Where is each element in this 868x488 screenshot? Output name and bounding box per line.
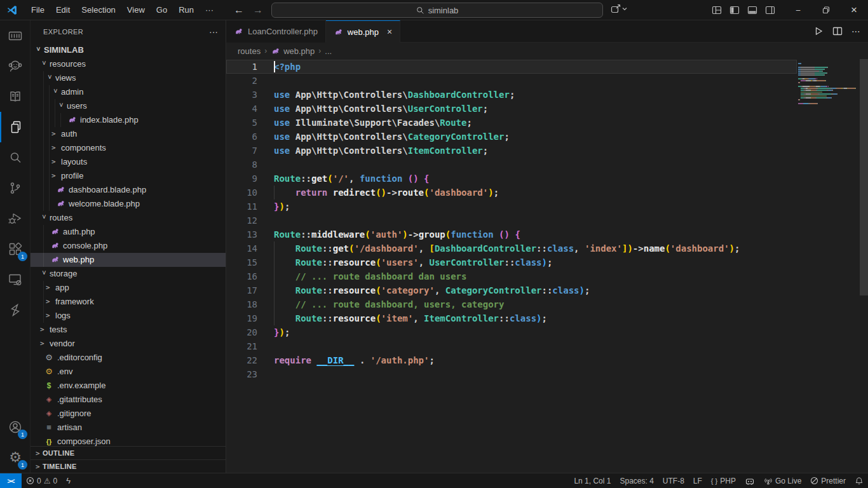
tree-item-framework[interactable]: >framework [31,295,226,309]
code-line-7[interactable]: 7use App\Http\Controllers\ItemController… [226,144,797,158]
split-editor-icon[interactable] [832,26,843,36]
tree-item-welcome.blade.php[interactable]: welcome.blade.php [31,197,226,211]
menu-item-selection[interactable]: Selection [76,3,121,17]
tree-item-web.php[interactable]: web.php [31,253,226,267]
tree-item-components[interactable]: >components [31,141,226,155]
code-line-10[interactable]: 10 return redirect()->route('dashboard')… [226,186,797,200]
eol-item[interactable]: LF [689,474,707,488]
activity-extensions-item[interactable]: 1 [0,234,31,264]
tree-item-auth[interactable]: >auth [31,127,226,141]
command-center-search[interactable]: siminlab [271,3,603,18]
tree-item-.editorconfig[interactable]: ⚙.editorconfig [31,351,226,365]
menu-item-edit[interactable]: Edit [50,3,76,17]
tree-item-SIMINLAB[interactable]: >SIMINLAB [31,43,226,57]
activity-remote-explorer-item[interactable] [0,264,31,295]
tree-item-.gitattributes[interactable]: ◈.gitattributes [31,393,226,407]
code-line-22[interactable]: 22require __DIR__ . '/auth.php'; [226,353,797,367]
encoding-item[interactable]: UTF-8 [658,474,689,488]
code-line-19[interactable]: 19 Route::resource('item', ItemControlle… [226,311,797,325]
tree-item-views[interactable]: >views [31,71,226,85]
tree-item-app[interactable]: >app [31,281,226,295]
minimize-button[interactable]: – [784,0,812,20]
activity-run-debug-item[interactable] [0,203,31,234]
section-timeline[interactable]: >TIMELINE [31,459,226,473]
activity-container-item[interactable] [0,20,31,51]
menu-item-run[interactable]: Run [173,3,200,17]
code-line-2[interactable]: 2 [226,74,797,88]
code-line-13[interactable]: 13Route::middleware('auth')->group(funct… [226,227,797,241]
cursor-position-item[interactable]: Ln 1, Col 1 [569,474,615,488]
code-line-11[interactable]: 11}); [226,200,797,214]
activity-monkey-item[interactable] [0,51,31,81]
code-line-17[interactable]: 17 Route::resource('category', CategoryC… [226,283,797,297]
code-line-18[interactable]: 18 // ... route dashboard, users, catego… [226,297,797,311]
scrollbar-thumb[interactable] [860,59,868,295]
tab-web.php[interactable]: web.php× [326,20,400,43]
notifications-item[interactable] [850,474,868,488]
section-outline[interactable]: >OUTLINE [31,446,226,459]
forward-arrow-icon[interactable]: → [253,4,263,16]
toggle-primary-sidebar-icon[interactable] [729,5,740,15]
prettier-item[interactable]: Prettier [806,474,850,488]
tree-item-.gitignore[interactable]: ◈.gitignore [31,407,226,421]
robot-item[interactable] [740,474,759,488]
tree-item-composer.json[interactable]: {}composer.json [31,435,226,446]
activity-book-item[interactable] [0,81,31,112]
tree-item-storage[interactable]: >storage [31,267,226,281]
code-line-5[interactable]: 5use Illuminate\Support\Facades\Route; [226,116,797,130]
tree-item-artisan[interactable]: ≡artisan [31,421,226,435]
tree-item-.env.example[interactable]: $.env.example [31,379,226,393]
breadcrumb-item-web.php[interactable]: web.php [271,46,315,56]
editor-more-actions-icon[interactable]: ⋯ [851,26,860,36]
code-area[interactable]: 1<?php23use App\Http\Controllers\Dashboa… [226,59,868,473]
code-line-15[interactable]: 15 Route::resource('users', UserControll… [226,255,797,269]
code-line-14[interactable]: 14 Route::get('/dashboard', [DashboardCo… [226,241,797,255]
copilot-button[interactable] [610,3,628,15]
accounts-button[interactable]: 1 [0,412,31,442]
indentation-item[interactable]: Spaces: 4 [615,474,658,488]
tree-item-profile[interactable]: >profile [31,169,226,183]
tree-item-admin[interactable]: >admin [31,85,226,99]
remote-indicator[interactable]: >< [0,473,22,488]
menu-item-view[interactable]: View [121,3,151,17]
minimap[interactable] [798,63,859,107]
code-line-1[interactable]: 1<?php [226,60,797,74]
problems-item[interactable]: 0 ⚠ 0 [22,474,62,488]
menu-item-[interactable]: ··· [200,3,219,17]
tree-item-layouts[interactable]: >layouts [31,155,226,169]
customize-layout-icon[interactable] [712,5,722,15]
language-mode-item[interactable]: { } PHP [707,474,740,488]
code-line-3[interactable]: 3use App\Http\Controllers\DashboardContr… [226,88,797,102]
tree-item-dashboard.blade.php[interactable]: dashboard.blade.php [31,183,226,197]
tab-LoanController.php[interactable]: LoanController.php [226,20,326,43]
code-line-21[interactable]: 21 [226,339,797,353]
code-line-23[interactable]: 23 [226,367,797,381]
tab-close-icon[interactable]: × [387,27,392,37]
menu-item-go[interactable]: Go [151,3,173,17]
breadcrumb-item-routes[interactable]: routes [238,46,261,56]
activity-explorer-item[interactable] [0,112,31,142]
manage-button[interactable]: ⚙ 1 [0,442,31,473]
lightning-item[interactable]: ϟ [62,474,75,488]
toggle-panel-icon[interactable] [747,5,757,15]
back-arrow-icon[interactable]: ← [234,4,244,16]
code-line-16[interactable]: 16 // ... route dashboard dan users [226,269,797,283]
code-line-6[interactable]: 6use App\Http\Controllers\CategoryContro… [226,130,797,144]
tree-item-routes[interactable]: >routes [31,211,226,225]
code-line-9[interactable]: 9Route::get('/', function () { [226,172,797,186]
tree-item-resources[interactable]: >resources [31,57,226,71]
toggle-secondary-sidebar-icon[interactable] [765,5,775,15]
activity-source-control-item[interactable] [0,173,31,203]
tree-item-index.blade.php[interactable]: index.blade.php [31,113,226,127]
tree-item-.env[interactable]: ⚙.env [31,365,226,379]
go-live-item[interactable]: Go Live [759,474,806,488]
activity-s-logo-item[interactable] [0,295,31,325]
code-line-20[interactable]: 20}); [226,325,797,339]
tree-item-vendor[interactable]: >vendor [31,337,226,351]
breadcrumb-item-...[interactable]: ... [325,46,332,56]
run-file-icon[interactable] [813,26,824,36]
menu-item-file[interactable]: File [25,3,50,17]
tree-item-logs[interactable]: >logs [31,309,226,323]
code-line-4[interactable]: 4use App\Http\Controllers\UserController… [226,102,797,116]
code-line-8[interactable]: 8 [226,158,797,172]
